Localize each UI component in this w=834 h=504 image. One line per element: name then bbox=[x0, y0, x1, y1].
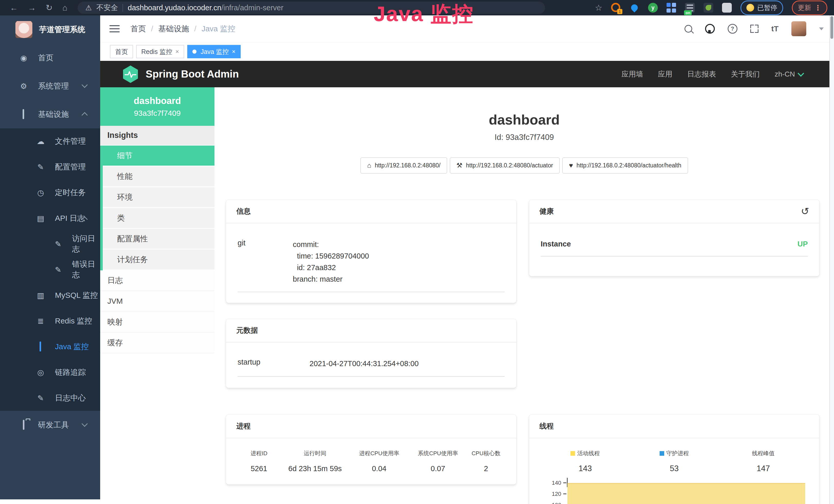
sidebar-item-access-log[interactable]: ✎ 访问日志 bbox=[0, 231, 100, 257]
endpoint-buttons: ⌂ http://192.168.0.2:48080/ ⚒ http://192… bbox=[215, 157, 834, 174]
info-git-row: git commit: time: 1596289704000 id: 27aa… bbox=[238, 231, 505, 292]
browser-menu-icon[interactable]: ⋮ bbox=[814, 4, 821, 12]
process-col-header: 进程ID bbox=[238, 450, 280, 457]
forward-icon[interactable]: → bbox=[28, 0, 36, 16]
browser-home-icon[interactable]: ⌂ bbox=[62, 0, 67, 16]
sidebar-item-mysql-monitor[interactable]: ▥ MySQL 监控 bbox=[0, 282, 100, 308]
sba-brand[interactable]: Spring Boot Admin bbox=[122, 65, 239, 84]
sba-root-items: 日志 JVM 映射 缓存 bbox=[100, 270, 215, 353]
sba-instance-header[interactable]: dashboard 93a3fc7f7409 bbox=[100, 87, 215, 126]
sba-locale-label: zh-CN bbox=[775, 70, 795, 78]
back-icon[interactable]: ← bbox=[10, 0, 18, 16]
sidebar-item-label: 首页 bbox=[38, 53, 53, 63]
sidebar-collapse-icon[interactable] bbox=[109, 23, 120, 35]
eye-icon: ◎ bbox=[36, 368, 46, 377]
sidebar-item-label: Java 监控 bbox=[55, 342, 89, 352]
sba-brand-title: Spring Boot Admin bbox=[146, 68, 239, 80]
sba-item-mappings[interactable]: 映射 bbox=[100, 312, 215, 333]
close-icon[interactable]: × bbox=[232, 48, 236, 55]
app-logo bbox=[16, 21, 32, 38]
page-scrollbar[interactable] bbox=[829, 16, 834, 504]
extension-icon[interactable] bbox=[704, 3, 713, 13]
breadcrumb-infra[interactable]: 基础设施 bbox=[158, 24, 189, 34]
legend-swatch-live bbox=[570, 451, 575, 456]
endpoint-health-button[interactable]: ♥ http://192.168.0.2:48080/actuator/heal… bbox=[562, 157, 688, 174]
threads-live-label: 活动线程 bbox=[541, 450, 630, 457]
extension-icon[interactable]: on bbox=[685, 3, 695, 13]
extension-icon[interactable]: 1 bbox=[611, 3, 621, 13]
threads-peak-label: 线程峰值 bbox=[719, 450, 808, 457]
y-tick-label: 100 bbox=[552, 502, 561, 504]
bottom-strip bbox=[0, 499, 100, 504]
sidebar-item-infra[interactable]: 基础设施 bbox=[0, 100, 100, 129]
tags-view-bar: 首页 Redis 监控 × Java 监控 × bbox=[100, 42, 834, 61]
sba-nav-wallboard[interactable]: 应用墙 bbox=[621, 69, 643, 79]
sidebar-item-config-manage[interactable]: ✎ 配置管理 bbox=[0, 154, 100, 180]
extensions-puzzle-icon[interactable] bbox=[722, 3, 732, 13]
sidebar-item-java-monitor[interactable]: Java 监控 bbox=[0, 334, 100, 360]
sba-item-logs[interactable]: 日志 bbox=[100, 270, 215, 291]
fullscreen-icon[interactable] bbox=[750, 25, 759, 33]
endpoint-home-button[interactable]: ⌂ http://192.168.0.2:48080/ bbox=[360, 157, 447, 174]
github-icon[interactable] bbox=[705, 24, 715, 33]
sba-item-scheduled[interactable]: 计划任务 bbox=[103, 250, 215, 270]
address-bar[interactable]: ⚠ 不安全 dashboard.yudao.iocoder.cn/infra/a… bbox=[78, 2, 545, 14]
health-instance-row: Instance UP bbox=[541, 231, 808, 256]
extension-icon[interactable] bbox=[666, 3, 676, 13]
sidebar-item-error-log[interactable]: ✎ 错误日志 bbox=[0, 257, 100, 282]
endpoint-actuator-button[interactable]: ⚒ http://192.168.0.2:48080/actuator bbox=[450, 157, 560, 174]
search-icon[interactable] bbox=[684, 25, 692, 32]
process-col-header: 运行时间 bbox=[280, 450, 350, 457]
threads-card-title: 线程 bbox=[529, 415, 819, 438]
sidebar-item-file-manage[interactable]: ☁ 文件管理 bbox=[0, 129, 100, 154]
tab-redis-monitor[interactable]: Redis 监控 × bbox=[136, 45, 184, 58]
sba-item-jvm[interactable]: JVM bbox=[100, 291, 215, 312]
breadcrumb-home[interactable]: 首页 bbox=[130, 24, 146, 34]
sba-nav-about[interactable]: 关于我们 bbox=[731, 69, 760, 79]
scrollbar-thumb[interactable] bbox=[830, 16, 833, 39]
sba-item-environment[interactable]: 环境 bbox=[103, 187, 215, 208]
edit-doc-icon: ✎ bbox=[53, 239, 63, 249]
metadata-value: 2021-04-27T00:44:31.254+08:00 bbox=[309, 358, 419, 369]
bookmark-star-icon[interactable]: ☆ bbox=[595, 3, 602, 13]
sba-locale-select[interactable]: zh-CN bbox=[775, 70, 803, 78]
sidebar-item-system[interactable]: ⚙ 系统管理 bbox=[0, 72, 100, 100]
browser-update-button[interactable]: 更新 ⋮ bbox=[792, 1, 827, 15]
sidebar-item-log-center[interactable]: ✎ 日志中心 bbox=[0, 385, 100, 411]
sba-item-classes[interactable]: 类 bbox=[103, 208, 215, 229]
font-size-icon[interactable]: tT bbox=[771, 24, 778, 33]
sidebar-item-tracing[interactable]: ◎ 链路追踪 bbox=[0, 360, 100, 385]
sidebar-item-redis-monitor[interactable]: ≣ Redis 监控 bbox=[0, 308, 100, 334]
sba-nav-journal[interactable]: 日志报表 bbox=[687, 69, 716, 79]
process-card-title: 进程 bbox=[226, 415, 516, 438]
sidebar-item-home[interactable]: ◉ 首页 bbox=[0, 44, 100, 72]
breadcrumb-current: Java 监控 bbox=[202, 24, 236, 34]
avatar-dropdown-caret-icon[interactable] bbox=[819, 27, 824, 30]
extension-icon[interactable]: y bbox=[648, 3, 658, 13]
history-icon[interactable]: ↺ bbox=[801, 206, 809, 217]
sba-item-config-props[interactable]: 配置属性 bbox=[103, 229, 215, 250]
sba-nav: 应用墙 应用 日志报表 关于我们 zh-CN bbox=[621, 69, 834, 79]
user-avatar[interactable] bbox=[791, 21, 806, 36]
layers-icon: ≣ bbox=[36, 317, 46, 325]
sidebar-item-dev-tools[interactable]: 研发工具 bbox=[0, 411, 100, 439]
paused-label: 已暂停 bbox=[757, 3, 777, 12]
sba-item-details[interactable]: 细节 bbox=[103, 145, 215, 166]
sba-nav-applications[interactable]: 应用 bbox=[658, 69, 673, 79]
extension-icon[interactable] bbox=[630, 3, 639, 13]
help-icon[interactable]: ? bbox=[728, 24, 738, 33]
tab-java-monitor[interactable]: Java 监控 × bbox=[187, 45, 241, 58]
sba-item-metrics[interactable]: 性能 bbox=[103, 166, 215, 187]
close-icon[interactable]: × bbox=[175, 48, 179, 55]
threads-daemon-label: 守护进程 bbox=[630, 450, 719, 457]
chevron-down-icon bbox=[82, 82, 88, 88]
sidebar-item-api-log[interactable]: ▤ API 日志 bbox=[0, 205, 100, 231]
page-subtitle: Id: 93a3fc7f7409 bbox=[215, 133, 834, 142]
app-logo-row[interactable]: 芋道管理系统 bbox=[0, 16, 100, 44]
tab-home[interactable]: 首页 bbox=[110, 45, 133, 58]
not-secure-warning-icon[interactable]: ⚠ bbox=[85, 4, 92, 12]
sidebar-item-scheduled-tasks[interactable]: ◷ 定时任务 bbox=[0, 180, 100, 205]
tab-paused-badge[interactable]: 已暂停 bbox=[741, 1, 783, 15]
sba-item-caches[interactable]: 缓存 bbox=[100, 333, 215, 353]
reload-icon[interactable]: ↻ bbox=[46, 0, 53, 16]
